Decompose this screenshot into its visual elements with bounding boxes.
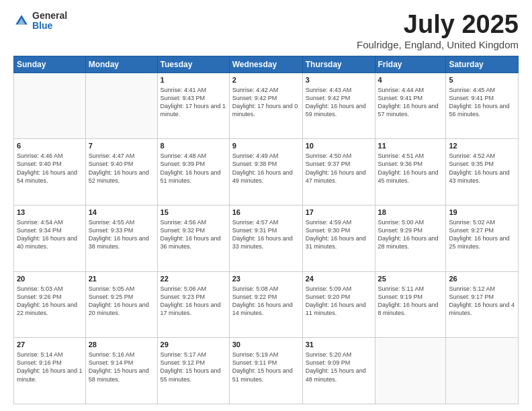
day-number: 19 bbox=[449, 208, 515, 218]
calendar-cell: 26Sunrise: 5:12 AMSunset: 9:17 PMDayligh… bbox=[446, 271, 519, 338]
day-info: Sunrise: 5:14 AMSunset: 9:16 PMDaylight:… bbox=[17, 351, 83, 383]
calendar-cell: 29Sunrise: 5:17 AMSunset: 9:12 PMDayligh… bbox=[157, 338, 229, 404]
calendar-cell: 11Sunrise: 4:51 AMSunset: 9:36 PMDayligh… bbox=[375, 139, 446, 205]
day-info: Sunrise: 4:52 AMSunset: 9:35 PMDaylight:… bbox=[449, 152, 515, 185]
day-info: Sunrise: 5:11 AMSunset: 9:19 PMDaylight:… bbox=[378, 285, 443, 318]
calendar-cell: 21Sunrise: 5:05 AMSunset: 9:25 PMDayligh… bbox=[85, 271, 157, 338]
logo-blue: Blue bbox=[32, 21, 67, 31]
day-info: Sunrise: 4:50 AMSunset: 9:37 PMDaylight:… bbox=[306, 152, 372, 185]
calendar-cell: 5Sunrise: 4:45 AMSunset: 9:41 PMDaylight… bbox=[446, 73, 519, 139]
calendar-week-5: 27Sunrise: 5:14 AMSunset: 9:16 PMDayligh… bbox=[14, 338, 519, 404]
day-info: Sunrise: 4:59 AMSunset: 9:30 PMDaylight:… bbox=[306, 218, 372, 251]
col-header-tuesday: Tuesday bbox=[157, 56, 229, 73]
col-header-wednesday: Wednesday bbox=[229, 56, 302, 73]
day-number: 16 bbox=[232, 208, 300, 218]
day-number: 24 bbox=[306, 274, 372, 284]
day-number: 10 bbox=[306, 141, 372, 151]
page-title: July 2025 bbox=[357, 11, 519, 39]
title-block: July 2025 Foulridge, England, United Kin… bbox=[357, 11, 519, 50]
day-number: 17 bbox=[306, 208, 372, 218]
calendar-cell: 12Sunrise: 4:52 AMSunset: 9:35 PMDayligh… bbox=[446, 139, 519, 205]
day-info: Sunrise: 4:55 AMSunset: 9:33 PMDaylight:… bbox=[89, 218, 154, 251]
logo: General Blue bbox=[13, 11, 67, 32]
day-number: 7 bbox=[89, 141, 154, 151]
day-number: 22 bbox=[161, 274, 226, 284]
day-number: 2 bbox=[232, 75, 300, 85]
day-number: 23 bbox=[232, 274, 300, 284]
day-number: 6 bbox=[17, 141, 83, 151]
day-info: Sunrise: 4:41 AMSunset: 9:43 PMDaylight:… bbox=[161, 86, 226, 119]
calendar-cell: 4Sunrise: 4:44 AMSunset: 9:41 PMDaylight… bbox=[375, 73, 446, 139]
day-info: Sunrise: 5:06 AMSunset: 9:23 PMDaylight:… bbox=[161, 285, 226, 318]
day-number: 30 bbox=[232, 340, 300, 350]
day-number: 4 bbox=[378, 75, 443, 85]
calendar-cell: 16Sunrise: 4:57 AMSunset: 9:31 PMDayligh… bbox=[229, 205, 302, 272]
day-number: 11 bbox=[378, 141, 443, 151]
day-info: Sunrise: 5:09 AMSunset: 9:20 PMDaylight:… bbox=[306, 285, 372, 318]
calendar-cell: 19Sunrise: 5:02 AMSunset: 9:27 PMDayligh… bbox=[446, 205, 519, 272]
day-number: 14 bbox=[89, 208, 154, 218]
day-info: Sunrise: 5:17 AMSunset: 9:12 PMDaylight:… bbox=[161, 351, 226, 383]
day-number: 18 bbox=[378, 208, 443, 218]
calendar-cell: 6Sunrise: 4:46 AMSunset: 9:40 PMDaylight… bbox=[14, 139, 86, 205]
calendar-cell bbox=[446, 338, 519, 404]
page-subtitle: Foulridge, England, United Kingdom bbox=[357, 39, 519, 50]
calendar-cell: 2Sunrise: 4:42 AMSunset: 9:42 PMDaylight… bbox=[229, 73, 302, 139]
day-number: 26 bbox=[449, 274, 515, 284]
day-number: 9 bbox=[232, 141, 300, 151]
day-number: 12 bbox=[449, 141, 515, 151]
calendar-cell: 15Sunrise: 4:56 AMSunset: 9:32 PMDayligh… bbox=[157, 205, 229, 272]
day-info: Sunrise: 4:42 AMSunset: 9:42 PMDaylight:… bbox=[232, 86, 300, 119]
day-info: Sunrise: 5:16 AMSunset: 9:14 PMDaylight:… bbox=[89, 351, 154, 383]
calendar-week-3: 13Sunrise: 4:54 AMSunset: 9:34 PMDayligh… bbox=[14, 205, 519, 272]
calendar-cell: 30Sunrise: 5:19 AMSunset: 9:11 PMDayligh… bbox=[229, 338, 302, 404]
calendar-cell: 20Sunrise: 5:03 AMSunset: 9:26 PMDayligh… bbox=[14, 271, 86, 338]
calendar-cell: 23Sunrise: 5:08 AMSunset: 9:22 PMDayligh… bbox=[229, 271, 302, 338]
page: General Blue July 2025 Foulridge, Englan… bbox=[0, 0, 532, 411]
calendar-cell: 25Sunrise: 5:11 AMSunset: 9:19 PMDayligh… bbox=[375, 271, 446, 338]
day-info: Sunrise: 4:51 AMSunset: 9:36 PMDaylight:… bbox=[378, 152, 443, 185]
day-info: Sunrise: 5:05 AMSunset: 9:25 PMDaylight:… bbox=[89, 285, 154, 318]
day-number: 3 bbox=[306, 75, 372, 85]
day-info: Sunrise: 4:54 AMSunset: 9:34 PMDaylight:… bbox=[17, 218, 83, 251]
col-header-thursday: Thursday bbox=[302, 56, 375, 73]
day-info: Sunrise: 4:48 AMSunset: 9:39 PMDaylight:… bbox=[161, 152, 226, 185]
day-number: 31 bbox=[306, 340, 372, 350]
calendar-cell: 13Sunrise: 4:54 AMSunset: 9:34 PMDayligh… bbox=[14, 205, 86, 272]
day-info: Sunrise: 4:47 AMSunset: 9:40 PMDaylight:… bbox=[89, 152, 154, 185]
calendar-cell: 24Sunrise: 5:09 AMSunset: 9:20 PMDayligh… bbox=[302, 271, 375, 338]
day-info: Sunrise: 4:44 AMSunset: 9:41 PMDaylight:… bbox=[378, 86, 443, 119]
day-info: Sunrise: 5:00 AMSunset: 9:29 PMDaylight:… bbox=[378, 218, 443, 251]
logo-icon bbox=[13, 13, 30, 29]
day-number: 20 bbox=[17, 274, 83, 284]
col-header-saturday: Saturday bbox=[446, 56, 519, 73]
day-number: 28 bbox=[89, 340, 154, 350]
calendar-table: SundayMondayTuesdayWednesdayThursdayFrid… bbox=[13, 56, 519, 404]
day-number: 13 bbox=[17, 208, 83, 218]
calendar-cell: 28Sunrise: 5:16 AMSunset: 9:14 PMDayligh… bbox=[85, 338, 157, 404]
day-info: Sunrise: 4:45 AMSunset: 9:41 PMDaylight:… bbox=[449, 86, 515, 119]
calendar-week-4: 20Sunrise: 5:03 AMSunset: 9:26 PMDayligh… bbox=[14, 271, 519, 338]
calendar-week-2: 6Sunrise: 4:46 AMSunset: 9:40 PMDaylight… bbox=[14, 139, 519, 205]
calendar-header-row: SundayMondayTuesdayWednesdayThursdayFrid… bbox=[14, 56, 519, 73]
day-info: Sunrise: 5:20 AMSunset: 9:09 PMDaylight:… bbox=[306, 351, 372, 383]
calendar-cell: 8Sunrise: 4:48 AMSunset: 9:39 PMDaylight… bbox=[157, 139, 229, 205]
calendar-cell: 9Sunrise: 4:49 AMSunset: 9:38 PMDaylight… bbox=[229, 139, 302, 205]
col-header-sunday: Sunday bbox=[14, 56, 86, 73]
calendar-cell: 31Sunrise: 5:20 AMSunset: 9:09 PMDayligh… bbox=[302, 338, 375, 404]
calendar-cell bbox=[85, 73, 157, 139]
calendar-cell: 27Sunrise: 5:14 AMSunset: 9:16 PMDayligh… bbox=[14, 338, 86, 404]
calendar-week-1: 1Sunrise: 4:41 AMSunset: 9:43 PMDaylight… bbox=[14, 73, 519, 139]
day-number: 29 bbox=[161, 340, 226, 350]
day-info: Sunrise: 5:03 AMSunset: 9:26 PMDaylight:… bbox=[17, 285, 83, 318]
day-info: Sunrise: 4:56 AMSunset: 9:32 PMDaylight:… bbox=[161, 218, 226, 251]
calendar-cell: 7Sunrise: 4:47 AMSunset: 9:40 PMDaylight… bbox=[85, 139, 157, 205]
logo-general: General bbox=[32, 11, 67, 21]
day-number: 15 bbox=[161, 208, 226, 218]
calendar-cell: 1Sunrise: 4:41 AMSunset: 9:43 PMDaylight… bbox=[157, 73, 229, 139]
calendar-cell: 22Sunrise: 5:06 AMSunset: 9:23 PMDayligh… bbox=[157, 271, 229, 338]
day-number: 1 bbox=[161, 75, 226, 85]
calendar-cell: 14Sunrise: 4:55 AMSunset: 9:33 PMDayligh… bbox=[85, 205, 157, 272]
col-header-friday: Friday bbox=[375, 56, 446, 73]
calendar-cell: 17Sunrise: 4:59 AMSunset: 9:30 PMDayligh… bbox=[302, 205, 375, 272]
